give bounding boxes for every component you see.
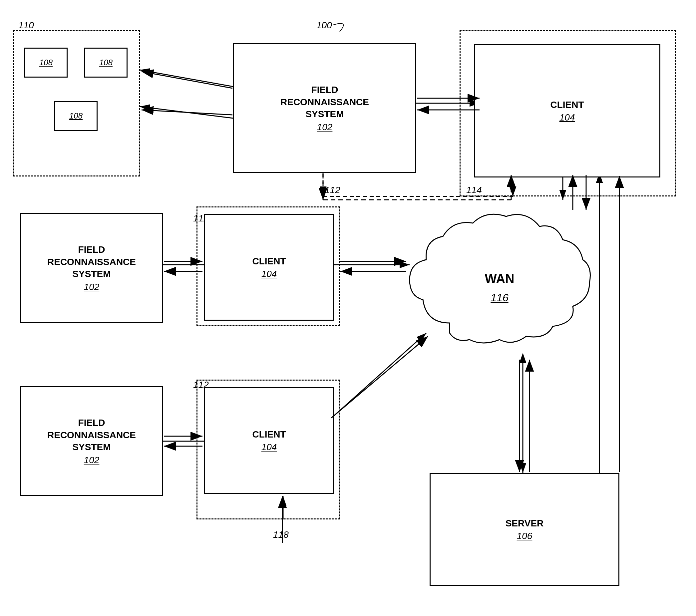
client-top-container: CLIENT 104	[460, 30, 676, 196]
svg-line-5	[140, 107, 233, 118]
svg-line-24	[142, 110, 233, 115]
frs-top-box: FIELD RECONNAISSANCE SYSTEM 102	[233, 43, 416, 173]
client-bot-container: CLIENT 104	[196, 380, 340, 519]
frs-mid-box: FIELD RECONNAISSANCE SYSTEM 102	[20, 213, 163, 323]
ref-112-top: 112	[325, 185, 341, 195]
ref-118: 118	[273, 530, 289, 540]
ref-100: 100	[316, 20, 332, 31]
client-bot-box: CLIENT 104	[204, 387, 334, 494]
wan-cloud: WAN 116	[400, 206, 599, 358]
device-108-1: 108	[24, 48, 68, 78]
frs-bot-box: FIELD RECONNAISSANCE SYSTEM 102	[20, 386, 163, 496]
devices-group-110: 108 108 108	[13, 30, 140, 176]
svg-line-4	[140, 70, 233, 86]
device-108-2: 108	[84, 48, 128, 78]
client-mid-container: CLIENT 104	[196, 206, 340, 326]
device-108-3: 108	[54, 101, 98, 131]
ref-110: 110	[18, 20, 34, 31]
svg-line-23	[142, 72, 233, 88]
server-box: SERVER 106	[430, 473, 619, 586]
svg-text:116: 116	[491, 292, 508, 304]
svg-text:WAN: WAN	[485, 272, 515, 286]
client-mid-box: CLIENT 104	[204, 214, 334, 321]
diagram-container: 100 110 112 114 112 112 118 108 108 108 …	[0, 0, 696, 616]
client-top-box: CLIENT 104	[474, 44, 660, 177]
